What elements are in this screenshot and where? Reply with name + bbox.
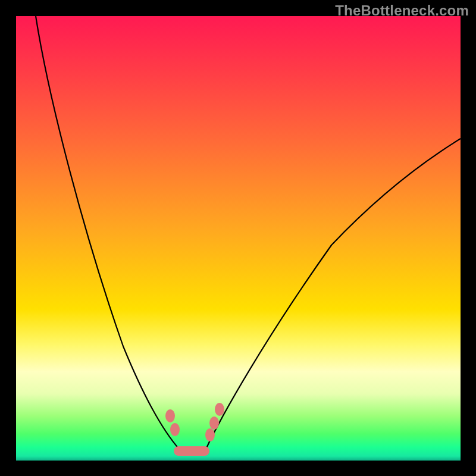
trough-marker-bar xyxy=(174,446,209,456)
curve-layer xyxy=(16,16,461,461)
chart-frame: TheBottleneck.com xyxy=(0,0,476,476)
left-marker-upper xyxy=(165,409,175,422)
left-curve xyxy=(36,16,180,450)
right-marker-lower xyxy=(205,428,215,441)
right-curve xyxy=(205,139,461,450)
right-marker-upper xyxy=(215,403,224,416)
right-marker-mid xyxy=(209,416,219,430)
left-marker-lower xyxy=(170,423,180,436)
